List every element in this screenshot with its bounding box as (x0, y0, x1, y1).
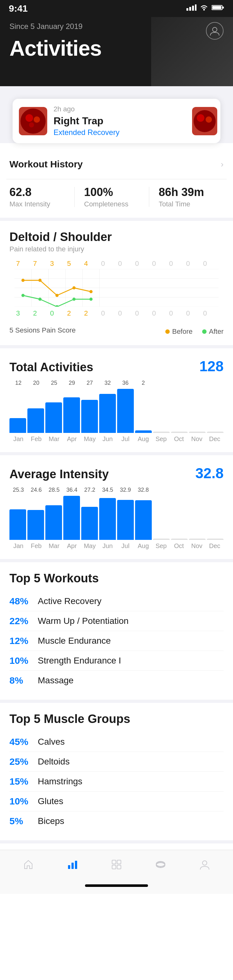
recent-next-card (192, 107, 217, 135)
pain-legend: Before After (165, 328, 223, 336)
ai-bar-apr (63, 496, 80, 540)
tab-home[interactable] (16, 856, 40, 876)
svg-point-12 (29, 123, 34, 127)
pain-a-7: 0 (112, 309, 128, 317)
pain-b-2: 7 (26, 259, 43, 268)
bar-num-3: 29 (63, 380, 81, 387)
svg-rect-6 (223, 6, 224, 8)
bar-num-9 (170, 380, 188, 387)
ai-bar-num-0: 25.3 (10, 487, 27, 493)
ai-bar-num-7: 32.8 (134, 487, 152, 493)
ai-bar-jan (10, 509, 26, 540)
bar-num-0: 12 (10, 380, 27, 387)
pain-a-11: 0 (179, 309, 196, 317)
ai-bar-may (81, 507, 98, 540)
list-item: 45% Calves (10, 732, 223, 752)
stat-value-intensity: 62.8 (10, 186, 74, 199)
ai-label-jun: Jun (99, 542, 116, 550)
pain-title: Deltoid / Shoulder (10, 230, 223, 244)
ai-bar-num-4: 27.2 (81, 487, 99, 493)
stat-label-completeness: Completeness (84, 200, 149, 208)
pain-chart-svg (10, 269, 223, 307)
svg-point-13 (194, 110, 216, 132)
svg-point-35 (89, 298, 93, 301)
status-bar: 9:41 (0, 0, 233, 17)
tab-ring[interactable] (148, 856, 172, 876)
recent-workout-card[interactable]: 2h ago Right Trap Extended Recovery (13, 99, 220, 143)
stat-max-intensity: 62.8 Max Intensity (10, 186, 74, 208)
pain-b-8: 0 (128, 259, 145, 268)
ai-label-jul: Jul (116, 542, 134, 550)
svg-point-9 (21, 108, 46, 134)
pain-b-3: 3 (43, 259, 61, 268)
list-item: 48% Active Recovery (10, 592, 223, 611)
battery-icon (212, 5, 224, 13)
muscle-pct-1: 25% (10, 756, 38, 767)
stat-label-time: Total Time (159, 200, 223, 208)
avg-intensity-bar-numbers: 25.3 24.6 28.5 36.4 27.2 34.5 32.9 32.8 (10, 487, 223, 493)
pain-a-2: 2 (26, 309, 43, 317)
avg-intensity-value: 32.8 (195, 465, 223, 482)
label-jun: Jun (99, 436, 116, 443)
pain-b-9: 0 (145, 259, 163, 268)
stat-value-completeness: 100% (84, 186, 149, 199)
bar-nov (189, 432, 206, 433)
stats-row: 62.8 Max Intensity 100% Completeness 86h… (0, 179, 233, 218)
tab-profile[interactable] (193, 856, 217, 876)
label-sep: Sep (152, 436, 170, 443)
svg-point-31 (21, 294, 25, 297)
profile-tab-icon (199, 859, 210, 873)
top5-workouts-title: Top 5 Workouts (10, 572, 223, 585)
stat-value-time: 86h 39m (159, 186, 223, 199)
bar-apr (63, 397, 80, 433)
workout-name-1: Warm Up / Potentiation (38, 616, 128, 626)
pain-b-5: 4 (77, 259, 94, 268)
svg-point-46 (203, 861, 207, 865)
workout-pct-0: 48% (10, 596, 38, 606)
tab-charts[interactable] (61, 856, 85, 876)
ai-bar-num-11 (206, 487, 223, 493)
list-item: 5% Biceps (10, 811, 223, 831)
ai-label-feb: Feb (27, 542, 45, 550)
bar-num-4: 27 (81, 380, 99, 387)
pain-b-7: 0 (112, 259, 128, 268)
bar-num-8 (152, 380, 170, 387)
svg-rect-0 (187, 8, 188, 11)
chevron-right-icon: › (221, 159, 223, 169)
label-may: May (81, 436, 99, 443)
svg-point-33 (56, 305, 59, 307)
svg-rect-36 (68, 865, 70, 869)
top5-muscles-title: Top 5 Muscle Groups (10, 712, 223, 726)
muscle-name-0: Calves (38, 737, 65, 747)
since-label: Since 5 January 2019 (10, 22, 223, 31)
ai-bar-dec (207, 539, 223, 540)
muscle-pct-4: 5% (10, 816, 38, 826)
ai-label-mar: Mar (45, 542, 63, 550)
avg-intensity-bar-labels: Jan Feb Mar Apr May Jun Jul Aug Sep Oct … (10, 542, 223, 550)
svg-rect-42 (117, 865, 121, 869)
workout-history-row[interactable]: Workout History › (0, 150, 233, 179)
svg-point-34 (72, 298, 75, 301)
top5-muscles-section: Top 5 Muscle Groups 45% Calves 25% Delto… (0, 700, 233, 840)
pain-b-6: 0 (94, 259, 112, 268)
muscle-name-1: Deltoids (38, 757, 70, 767)
bar-aug (135, 430, 152, 433)
workout-pct-1: 22% (10, 616, 38, 626)
label-aug: Aug (134, 436, 152, 443)
ai-bar-num-3: 36.4 (63, 487, 81, 493)
ai-bar-num-2: 28.5 (45, 487, 63, 493)
workout-history-label: Workout History (10, 159, 83, 170)
workout-name: Right Trap (54, 115, 214, 127)
ai-bar-jul (117, 500, 134, 540)
before-dot (165, 329, 170, 334)
tab-grid[interactable] (105, 856, 128, 876)
pain-score-label: 5 Sesions Pain Score (10, 326, 75, 334)
workout-thumbnail (19, 107, 47, 135)
bar-num-6: 36 (116, 380, 134, 387)
workout-pct-3: 10% (10, 655, 38, 666)
page-title: Activities (10, 36, 223, 60)
svg-point-15 (206, 116, 212, 123)
pain-a-4: 2 (61, 309, 77, 317)
pain-b-4: 5 (61, 259, 77, 268)
list-item: 15% Hamstrings (10, 772, 223, 792)
